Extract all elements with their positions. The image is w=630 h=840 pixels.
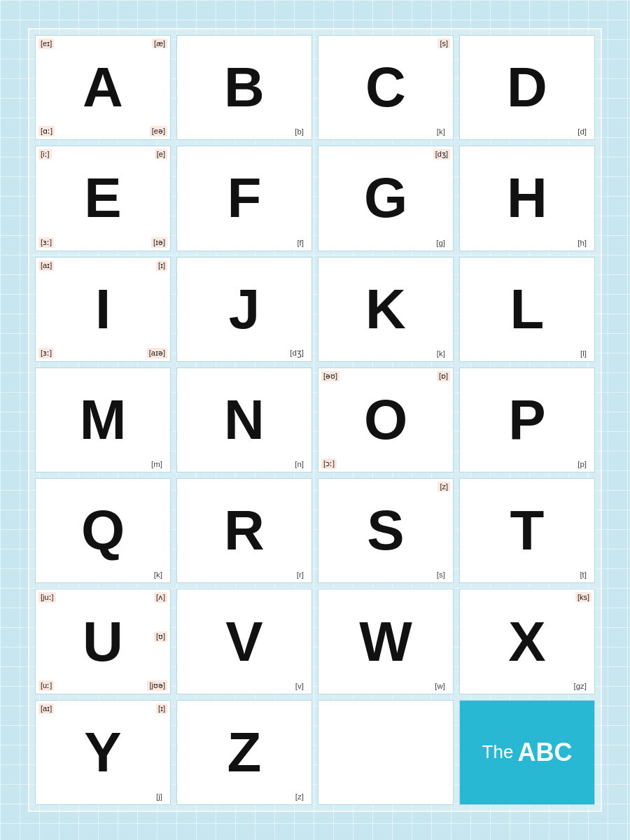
- letter-cell-h: H[h]: [459, 146, 595, 251]
- letter-cell-v: V[v]: [176, 589, 312, 694]
- letter-q: Q: [81, 503, 125, 559]
- letter-n: N: [224, 392, 265, 448]
- phoneme-plain: [k]: [435, 349, 447, 358]
- phoneme-plain: [s]: [435, 570, 447, 580]
- phoneme-label: [jʊə]: [147, 680, 167, 691]
- letter-p: P: [508, 392, 545, 448]
- letter-r: R: [224, 503, 265, 559]
- letter-y: Y: [84, 724, 121, 780]
- letter-cell-t: T[t]: [459, 478, 595, 583]
- phoneme-plain: [z]: [293, 792, 306, 802]
- title-abc: ABC: [517, 738, 572, 767]
- phoneme-label: [ɑː]: [38, 126, 55, 136]
- letter-cell-s: S[z][s]: [318, 478, 454, 583]
- letter-cell-n: N[n]: [176, 368, 312, 472]
- letter-cell-p: P[p]: [459, 368, 595, 472]
- phoneme-plain: [j]: [154, 792, 164, 802]
- phoneme-label: [eɪ]: [38, 38, 54, 49]
- letter-i: I: [95, 281, 111, 337]
- letter-cell-i: I[aɪ][ɪ][ɜː][aɪə]: [35, 257, 171, 362]
- empty-cell: [318, 700, 454, 805]
- letter-cell-e: E[iː][e][ɜː][ɪə]: [35, 146, 171, 251]
- letter-cell-u: U[juː][ʌ][ʊ][uː][jʊə]: [35, 589, 171, 694]
- phoneme-plain: [k]: [152, 570, 164, 580]
- phoneme-label: [ɜː]: [38, 348, 54, 358]
- phoneme-plain: [h]: [575, 238, 589, 248]
- phoneme-plain: [p]: [575, 459, 589, 469]
- phoneme-plain: [m]: [149, 459, 164, 469]
- phoneme-plain: [d]: [575, 127, 589, 136]
- phoneme-plain: [g]: [434, 238, 447, 248]
- phoneme-plain: [gz]: [571, 681, 589, 691]
- letter-cell-c: C[s][k]: [318, 35, 454, 140]
- letter-k: K: [365, 281, 406, 337]
- phoneme-plain: [f]: [295, 238, 306, 248]
- phoneme-label: [z]: [438, 482, 450, 491]
- phoneme-label: [ɪə]: [151, 237, 167, 248]
- phoneme-plain: [t]: [578, 570, 589, 580]
- letter-cell-y: Y[aɪ][ɪ][j]: [35, 700, 171, 805]
- phoneme-label: [ʊ]: [154, 631, 167, 642]
- letter-b: B: [224, 59, 265, 115]
- letter-w: W: [359, 614, 412, 670]
- phoneme-label: [æ]: [152, 38, 167, 48]
- letter-cell-x: X[ks][gz]: [459, 589, 595, 694]
- letter-x: X: [508, 614, 545, 670]
- letter-cell-l: L[l]: [459, 257, 595, 362]
- letter-t: T: [510, 503, 545, 559]
- letter-cell-r: R[r]: [176, 478, 312, 583]
- phoneme-plain: [l]: [578, 349, 589, 358]
- phoneme-label: [iː]: [38, 149, 52, 160]
- phoneme-label: [aɪ]: [38, 260, 54, 271]
- letter-l: L: [510, 281, 545, 337]
- phoneme-plain: [v]: [293, 681, 306, 691]
- letter-cell-k: K[k]: [318, 257, 454, 362]
- phoneme-label: [e]: [155, 149, 167, 159]
- title-box: TheABC: [459, 700, 595, 805]
- alphabet-grid: A[eɪ][æ][ɑː][eə]B[b]C[s][k]D[d]E[iː][e][…: [35, 35, 595, 805]
- phoneme-plain: [k]: [435, 127, 447, 136]
- phoneme-label: [s]: [438, 38, 450, 48]
- letter-cell-g: G[dʒ][g]: [318, 146, 454, 251]
- phoneme-plain: [r]: [295, 570, 306, 580]
- letter-cell-f: F[f]: [176, 146, 312, 251]
- phoneme-plain: [n]: [293, 459, 306, 469]
- letter-cell-a: A[eɪ][æ][ɑː][eə]: [35, 35, 171, 140]
- phoneme-label: [uː]: [38, 680, 54, 691]
- phoneme-label: [ɒ]: [437, 371, 450, 382]
- letter-f: F: [227, 170, 262, 226]
- letter-m: M: [80, 392, 127, 448]
- phoneme-label: [ʌ]: [154, 592, 167, 603]
- letter-h: H: [507, 170, 547, 226]
- letter-j: J: [229, 281, 260, 337]
- phoneme-label: [ks]: [575, 592, 592, 602]
- phoneme-label: [ɔː]: [321, 458, 337, 469]
- letter-cell-w: W[w]: [318, 589, 454, 694]
- letter-s: S: [367, 503, 404, 559]
- letter-cell-o: O[əʊ][ɒ][ɔː]: [318, 368, 454, 472]
- phoneme-label: [juː]: [38, 592, 56, 603]
- letter-d: D: [507, 59, 547, 115]
- letter-v: V: [225, 614, 262, 670]
- phoneme-plain: [w]: [433, 681, 447, 691]
- letter-cell-m: M[m]: [35, 368, 171, 472]
- phoneme-label: [aɪə]: [147, 348, 167, 358]
- letter-cell-z: Z[z]: [176, 700, 312, 805]
- phoneme-label: [ɪ]: [156, 260, 167, 271]
- phoneme-label: [ɜː]: [38, 237, 54, 248]
- letter-z: Z: [227, 724, 262, 780]
- letter-a: A: [83, 59, 123, 115]
- letter-cell-d: D[d]: [459, 35, 595, 140]
- phoneme-label: [dʒ]: [433, 149, 450, 160]
- letter-cell-q: Q[k]: [35, 478, 171, 583]
- phoneme-label: [eə]: [150, 126, 167, 136]
- letter-c: C: [365, 59, 406, 115]
- letter-e: E: [84, 170, 121, 226]
- phoneme-label: [ɪ]: [156, 704, 167, 714]
- letter-cell-j: J[dʒ]: [176, 257, 312, 362]
- title-the: The: [482, 741, 514, 763]
- phoneme-label: [aɪ]: [38, 704, 54, 714]
- letter-u: U: [83, 614, 123, 670]
- letter-cell-b: B[b]: [176, 35, 312, 140]
- phoneme-plain: [dʒ]: [288, 347, 306, 358]
